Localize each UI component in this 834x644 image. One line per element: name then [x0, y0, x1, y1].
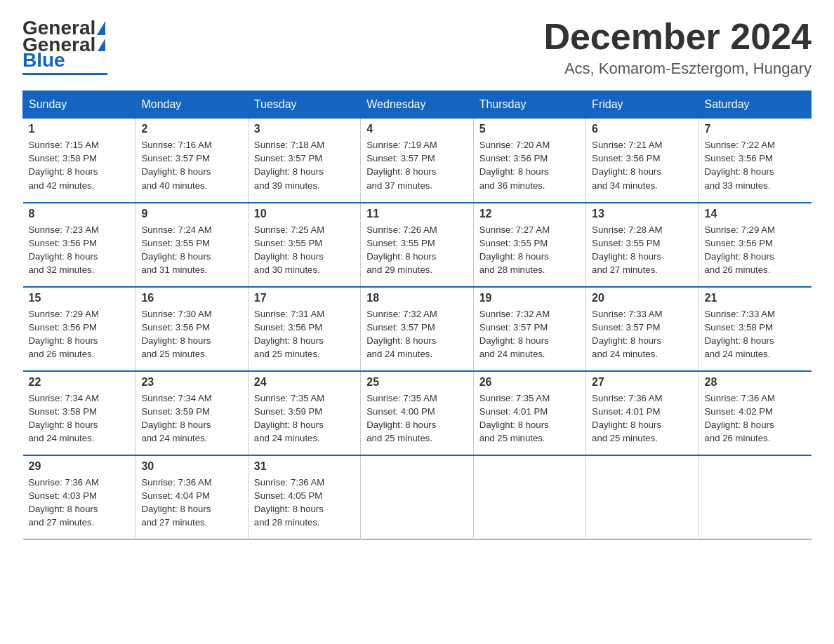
calendar-day-cell: 14 Sunrise: 7:29 AM Sunset: 3:56 PM Dayl… — [699, 203, 811, 287]
calendar-day-cell: 22 Sunrise: 7:34 AM Sunset: 3:58 PM Dayl… — [23, 371, 135, 455]
day-number: 24 — [254, 376, 355, 389]
day-number: 17 — [254, 292, 355, 304]
calendar-header-wednesday: Wednesday — [361, 91, 473, 119]
calendar-header-row: SundayMondayTuesdayWednesdayThursdayFrid… — [23, 91, 812, 119]
calendar-day-cell: 29 Sunrise: 7:36 AM Sunset: 4:03 PM Dayl… — [23, 455, 135, 539]
calendar-day-cell: 5 Sunrise: 7:20 AM Sunset: 3:56 PM Dayli… — [473, 119, 585, 203]
day-number: 13 — [592, 208, 692, 220]
day-number: 31 — [254, 460, 355, 473]
calendar-day-cell: 27 Sunrise: 7:36 AM Sunset: 4:01 PM Dayl… — [586, 371, 699, 455]
logo-triangle-icon — [97, 21, 105, 35]
day-info: Sunrise: 7:36 AM Sunset: 4:04 PM Dayligh… — [141, 476, 241, 530]
day-info: Sunrise: 7:23 AM Sunset: 3:56 PM Dayligh… — [29, 223, 130, 277]
day-number: 21 — [705, 292, 806, 304]
day-number: 3 — [254, 123, 355, 135]
calendar-day-cell: 21 Sunrise: 7:33 AM Sunset: 3:58 PM Dayl… — [699, 287, 811, 371]
day-number: 8 — [29, 208, 130, 220]
day-info: Sunrise: 7:31 AM Sunset: 3:56 PM Dayligh… — [254, 307, 355, 361]
calendar-day-cell: 8 Sunrise: 7:23 AM Sunset: 3:56 PM Dayli… — [23, 203, 135, 287]
day-number: 20 — [592, 292, 692, 304]
day-info: Sunrise: 7:35 AM Sunset: 4:01 PM Dayligh… — [479, 391, 580, 445]
calendar-day-cell: 23 Sunrise: 7:34 AM Sunset: 3:59 PM Dayl… — [135, 371, 248, 455]
day-number: 4 — [366, 123, 467, 135]
logo: General General Blue — [22, 17, 107, 75]
calendar-day-cell: 26 Sunrise: 7:35 AM Sunset: 4:01 PM Dayl… — [473, 371, 585, 455]
calendar-day-cell: 4 Sunrise: 7:19 AM Sunset: 3:57 PM Dayli… — [361, 119, 473, 203]
day-info: Sunrise: 7:20 AM Sunset: 3:56 PM Dayligh… — [479, 138, 580, 192]
calendar-day-cell — [699, 455, 811, 539]
day-info: Sunrise: 7:34 AM Sunset: 3:58 PM Dayligh… — [29, 391, 130, 445]
calendar-day-cell: 3 Sunrise: 7:18 AM Sunset: 3:57 PM Dayli… — [248, 119, 360, 203]
day-number: 12 — [479, 208, 580, 220]
day-info: Sunrise: 7:33 AM Sunset: 3:58 PM Dayligh… — [705, 307, 806, 361]
day-number: 16 — [141, 292, 241, 304]
day-number: 6 — [592, 123, 692, 135]
calendar-day-cell — [361, 455, 473, 539]
title-section: December 2024 Acs, Komarom-Esztergom, Hu… — [543, 17, 812, 78]
day-number: 30 — [141, 460, 241, 473]
day-info: Sunrise: 7:32 AM Sunset: 3:57 PM Dayligh… — [366, 307, 467, 361]
calendar-table: SundayMondayTuesdayWednesdayThursdayFrid… — [22, 90, 812, 539]
calendar-week-row: 8 Sunrise: 7:23 AM Sunset: 3:56 PM Dayli… — [23, 203, 812, 287]
day-info: Sunrise: 7:27 AM Sunset: 3:55 PM Dayligh… — [479, 223, 580, 277]
day-info: Sunrise: 7:28 AM Sunset: 3:55 PM Dayligh… — [592, 223, 692, 277]
day-info: Sunrise: 7:16 AM Sunset: 3:57 PM Dayligh… — [141, 138, 241, 192]
calendar-week-row: 29 Sunrise: 7:36 AM Sunset: 4:03 PM Dayl… — [23, 455, 812, 539]
calendar-day-cell: 15 Sunrise: 7:29 AM Sunset: 3:56 PM Dayl… — [23, 287, 135, 371]
day-info: Sunrise: 7:25 AM Sunset: 3:55 PM Dayligh… — [254, 223, 355, 277]
day-info: Sunrise: 7:19 AM Sunset: 3:57 PM Dayligh… — [366, 138, 467, 192]
day-number: 23 — [141, 376, 241, 389]
day-info: Sunrise: 7:35 AM Sunset: 3:59 PM Dayligh… — [254, 391, 355, 445]
day-number: 11 — [366, 208, 467, 220]
day-info: Sunrise: 7:33 AM Sunset: 3:57 PM Dayligh… — [592, 307, 692, 361]
day-info: Sunrise: 7:29 AM Sunset: 3:56 PM Dayligh… — [705, 223, 806, 277]
day-number: 1 — [29, 123, 130, 135]
day-info: Sunrise: 7:30 AM Sunset: 3:56 PM Dayligh… — [141, 307, 241, 361]
calendar-day-cell: 2 Sunrise: 7:16 AM Sunset: 3:57 PM Dayli… — [135, 119, 248, 203]
calendar-day-cell: 30 Sunrise: 7:36 AM Sunset: 4:04 PM Dayl… — [135, 455, 248, 539]
calendar-day-cell: 31 Sunrise: 7:36 AM Sunset: 4:05 PM Dayl… — [248, 455, 360, 539]
calendar-day-cell: 6 Sunrise: 7:21 AM Sunset: 3:56 PM Dayli… — [586, 119, 699, 203]
day-number: 22 — [29, 376, 130, 389]
calendar-header-friday: Friday — [586, 91, 699, 119]
day-number: 10 — [254, 208, 355, 220]
day-number: 7 — [705, 123, 806, 135]
day-number: 15 — [29, 292, 130, 304]
calendar-header-sunday: Sunday — [23, 91, 135, 119]
calendar-day-cell: 11 Sunrise: 7:26 AM Sunset: 3:55 PM Dayl… — [361, 203, 473, 287]
page-header: General General Blue December 2024 Acs, … — [22, 17, 812, 78]
day-info: Sunrise: 7:32 AM Sunset: 3:57 PM Dayligh… — [479, 307, 580, 361]
day-info: Sunrise: 7:29 AM Sunset: 3:56 PM Dayligh… — [29, 307, 130, 361]
day-number: 14 — [705, 208, 806, 220]
calendar-day-cell: 13 Sunrise: 7:28 AM Sunset: 3:55 PM Dayl… — [586, 203, 699, 287]
calendar-day-cell: 9 Sunrise: 7:24 AM Sunset: 3:55 PM Dayli… — [135, 203, 248, 287]
calendar-day-cell: 12 Sunrise: 7:27 AM Sunset: 3:55 PM Dayl… — [473, 203, 585, 287]
calendar-day-cell: 7 Sunrise: 7:22 AM Sunset: 3:56 PM Dayli… — [699, 119, 811, 203]
day-number: 18 — [366, 292, 467, 304]
calendar-header-saturday: Saturday — [699, 91, 811, 119]
calendar-header-tuesday: Tuesday — [248, 91, 360, 119]
calendar-day-cell: 20 Sunrise: 7:33 AM Sunset: 3:57 PM Dayl… — [586, 287, 699, 371]
calendar-week-row: 22 Sunrise: 7:34 AM Sunset: 3:58 PM Dayl… — [23, 371, 812, 455]
day-info: Sunrise: 7:34 AM Sunset: 3:59 PM Dayligh… — [141, 391, 241, 445]
day-number: 28 — [705, 376, 806, 389]
calendar-week-row: 1 Sunrise: 7:15 AM Sunset: 3:58 PM Dayli… — [23, 119, 812, 203]
day-info: Sunrise: 7:35 AM Sunset: 4:00 PM Dayligh… — [366, 391, 467, 445]
day-number: 19 — [479, 292, 580, 304]
calendar-day-cell: 18 Sunrise: 7:32 AM Sunset: 3:57 PM Dayl… — [361, 287, 473, 371]
calendar-day-cell: 28 Sunrise: 7:36 AM Sunset: 4:02 PM Dayl… — [699, 371, 811, 455]
calendar-day-cell: 10 Sunrise: 7:25 AM Sunset: 3:55 PM Dayl… — [248, 203, 360, 287]
calendar-week-row: 15 Sunrise: 7:29 AM Sunset: 3:56 PM Dayl… — [23, 287, 812, 371]
day-number: 9 — [141, 208, 241, 220]
calendar-day-cell: 19 Sunrise: 7:32 AM Sunset: 3:57 PM Dayl… — [473, 287, 585, 371]
day-info: Sunrise: 7:22 AM Sunset: 3:56 PM Dayligh… — [705, 138, 806, 192]
calendar-day-cell: 1 Sunrise: 7:15 AM Sunset: 3:58 PM Dayli… — [23, 119, 135, 203]
day-info: Sunrise: 7:18 AM Sunset: 3:57 PM Dayligh… — [254, 138, 355, 192]
logo-blue-text: Blue — [22, 49, 107, 75]
location-text: Acs, Komarom-Esztergom, Hungary — [543, 60, 812, 78]
day-info: Sunrise: 7:15 AM Sunset: 3:58 PM Dayligh… — [29, 138, 130, 192]
calendar-day-cell: 17 Sunrise: 7:31 AM Sunset: 3:56 PM Dayl… — [248, 287, 360, 371]
day-info: Sunrise: 7:36 AM Sunset: 4:05 PM Dayligh… — [254, 476, 355, 530]
day-info: Sunrise: 7:21 AM Sunset: 3:56 PM Dayligh… — [592, 138, 692, 192]
day-info: Sunrise: 7:26 AM Sunset: 3:55 PM Dayligh… — [366, 223, 467, 277]
